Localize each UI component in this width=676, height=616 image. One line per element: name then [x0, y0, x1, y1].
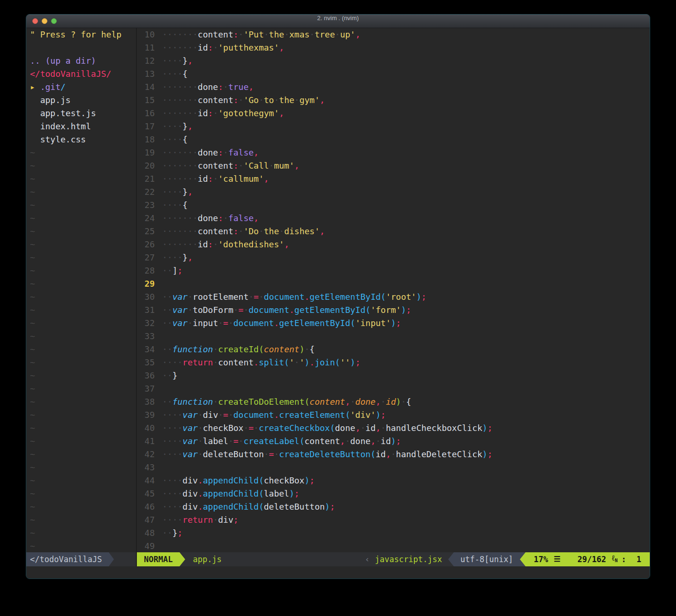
code-line-41[interactable]: 41····var·label·=·createLabel(content,·d… — [137, 435, 650, 448]
code-line-23[interactable]: 23····{ — [137, 199, 650, 212]
code-line-16[interactable]: 16·······id:·'gotothegym', — [137, 107, 650, 120]
tree-file-app-test-js[interactable]: app.test.js — [30, 107, 136, 120]
line-text: ····var·label·=·createLabel(content,·don… — [162, 435, 401, 448]
code-line-32[interactable]: 32··var·input·=·document.getElementById(… — [137, 317, 650, 330]
minimize-button[interactable] — [42, 18, 47, 24]
tilde-row: ~ — [30, 225, 136, 238]
code-line-44[interactable]: 44····div.appendChild(checkBox); — [137, 474, 650, 487]
nerdtree-path: </todoVanillaJS — [26, 552, 109, 566]
line-text: ·······done:·true, — [162, 81, 254, 94]
tilde-row: ~ — [30, 159, 136, 172]
tree-up-dir[interactable]: .. (up a dir) — [30, 54, 136, 67]
code-line-47[interactable]: 47····return·div; — [137, 513, 650, 527]
line-text: ··]; — [162, 264, 182, 277]
column-number: 1 — [637, 552, 641, 566]
tilde-row: ~ — [30, 290, 136, 304]
code-line-35[interactable]: 35····return·content.split('·').join('')… — [137, 356, 650, 369]
tree-file-index-html[interactable]: index.html — [30, 120, 136, 133]
tree-root[interactable]: </todoVanillaJS/ — [30, 67, 136, 81]
line-text: ·······id:·'putthexmas', — [162, 41, 284, 54]
airline-statusline: NORMAL app.js ‹ javascript.jsx utf-8[uni… — [137, 552, 650, 566]
code-line-28[interactable]: 28··]; — [137, 264, 650, 277]
line-text: ··var·toDoForm·=·document.getElementById… — [162, 304, 411, 317]
tilde-row: ~ — [30, 356, 136, 369]
position-colon: : — [622, 552, 626, 566]
chevron-left-icon: ‹ — [365, 552, 370, 566]
line-text: ·······content:·'Go·to·the·gym', — [162, 94, 325, 107]
line-text: ··var·input·=·document.getElementById('i… — [162, 317, 401, 330]
code-line-13[interactable]: 13····{ — [137, 67, 650, 81]
line-text: ····var·checkBox·=·createCheckbox(done,·… — [162, 422, 493, 435]
code-line-22[interactable]: 22····}, — [137, 186, 650, 199]
tree-file-app-js[interactable]: app.js — [30, 94, 136, 107]
tilde-row: ~ — [30, 238, 136, 251]
tree-dir-git[interactable]: ▸ .git/ — [30, 81, 136, 94]
command-line[interactable] — [26, 566, 650, 579]
tilde-row: ~ — [30, 448, 136, 461]
code-line-21[interactable]: 21·······id:·'callmum', — [137, 172, 650, 186]
line-number: 32 — [137, 317, 155, 330]
line-number: 31 — [137, 304, 155, 317]
code-line-39[interactable]: 39····var·div·=·document.createElement('… — [137, 408, 650, 422]
code-line-12[interactable]: 12····}, — [137, 54, 650, 67]
line-text: ·······done:·false, — [162, 212, 259, 225]
filename-label: app.js — [193, 552, 221, 566]
line-number: 16 — [137, 107, 155, 120]
code-line-27[interactable]: 27····}, — [137, 251, 650, 264]
titlebar[interactable]: 2. nvim . (nvim) — [26, 15, 650, 28]
code-line-18[interactable]: 18····{ — [137, 133, 650, 146]
code-line-29[interactable]: 29 — [137, 277, 650, 290]
line-text: ····{ — [162, 67, 188, 81]
line-text: ····div.appendChild(deleteButton); — [162, 500, 335, 513]
code-line-24[interactable]: 24·······done:·false, — [137, 212, 650, 225]
code-line-37[interactable]: 37 — [137, 382, 650, 395]
encoding-label: utf-8[unix] — [454, 552, 520, 566]
code-line-46[interactable]: 46····div.appendChild(deleteButton); — [137, 500, 650, 513]
tilde-row: ~ — [30, 369, 136, 382]
close-button[interactable] — [32, 18, 38, 24]
code-line-43[interactable]: 43 — [137, 461, 650, 474]
editor-buffer[interactable]: 10·······content:·'Put·the·xmas·tree·up'… — [137, 28, 650, 552]
code-line-49[interactable]: 49 — [137, 540, 650, 552]
code-line-34[interactable]: 34··function·createId(content)·{ — [137, 343, 650, 356]
code-line-20[interactable]: 20·······content:·'Call·mum', — [137, 159, 650, 172]
code-line-26[interactable]: 26·······id:·'dothedishes', — [137, 238, 650, 251]
code-line-15[interactable]: 15·······content:·'Go·to·the·gym', — [137, 94, 650, 107]
line-number: 20 — [137, 159, 155, 172]
code-line-48[interactable]: 48··}; — [137, 527, 650, 540]
code-line-10[interactable]: 10·······content:·'Put·the·xmas·tree·up'… — [137, 28, 650, 41]
line-number: 42 — [137, 448, 155, 461]
code-line-25[interactable]: 25·······content:·'Do·the·dishes', — [137, 225, 650, 238]
tilde-row: ~ — [30, 461, 136, 474]
tilde-row: ~ — [30, 408, 136, 422]
powerline-arrow-icon — [448, 552, 454, 566]
line-number: 30 — [137, 290, 155, 304]
line-number: 48 — [137, 527, 155, 540]
code-line-19[interactable]: 19·······done:·false, — [137, 146, 650, 159]
line-text: ·······content:·'Do·the·dishes', — [162, 225, 325, 238]
code-line-40[interactable]: 40····var·checkBox·=·createCheckbox(done… — [137, 422, 650, 435]
code-line-45[interactable]: 45····div.appendChild(label); — [137, 487, 650, 500]
nerdtree-sidebar[interactable]: " Press ? for help.. (up a dir)</todoVan… — [26, 28, 137, 552]
line-number: 15 — [137, 94, 155, 107]
line-number: 46 — [137, 500, 155, 513]
line-text: ··}; — [162, 527, 182, 540]
code-line-33[interactable]: 33 — [137, 330, 650, 343]
code-line-17[interactable]: 17····}, — [137, 120, 650, 133]
code-line-14[interactable]: 14·······done:·true, — [137, 81, 650, 94]
line-number: 17 — [137, 120, 155, 133]
code-line-11[interactable]: 11·······id:·'putthexmas', — [137, 41, 650, 54]
line-text: ····}, — [162, 120, 193, 133]
line-number: 29 — [137, 277, 155, 290]
code-line-31[interactable]: 31··var·toDoForm·=·document.getElementBy… — [137, 304, 650, 317]
powerline-arrow-icon — [109, 552, 114, 566]
code-line-42[interactable]: 42····var·deleteButton·=·createDeleteBut… — [137, 448, 650, 461]
code-line-30[interactable]: 30··var·rootElement·=·document.getElemen… — [137, 290, 650, 304]
tilde-row: ~ — [30, 422, 136, 435]
tree-file-style-css[interactable]: style.css — [30, 133, 136, 146]
desktop-background: 2. nvim . (nvim) " Press ? for help.. (u… — [0, 0, 676, 616]
maximize-button[interactable] — [51, 18, 57, 24]
line-number: 40 — [137, 422, 155, 435]
code-line-38[interactable]: 38··function·createToDoElement(content,·… — [137, 395, 650, 408]
code-line-36[interactable]: 36··} — [137, 369, 650, 382]
